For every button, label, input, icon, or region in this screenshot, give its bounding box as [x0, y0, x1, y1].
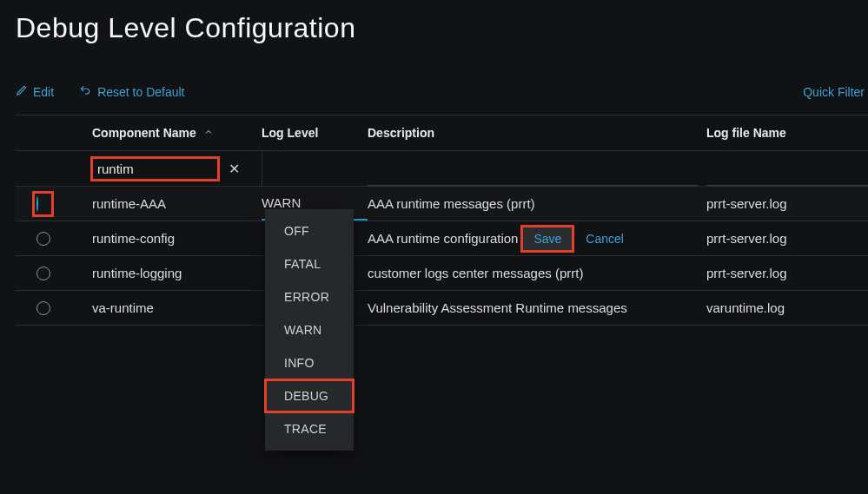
- reset-to-default-button[interactable]: Reset to Default: [78, 84, 184, 99]
- sort-asc-icon: [203, 126, 214, 140]
- component-cell: va-runtime: [92, 300, 262, 315]
- column-header-component[interactable]: Component Name: [92, 126, 262, 140]
- column-header-log-level[interactable]: Log Level: [262, 126, 368, 140]
- table-row: va-runtime Vulnerability Assessment Runt…: [16, 291, 868, 326]
- column-header-description[interactable]: Description: [368, 126, 706, 140]
- component-cell: runtime-AAA: [92, 196, 262, 211]
- log-level-option[interactable]: FATAL: [265, 247, 354, 280]
- column-label: Component Name: [92, 126, 196, 140]
- log-file-cell: prrt-server.log: [706, 231, 868, 246]
- edit-button[interactable]: Edit: [16, 84, 54, 99]
- table-row: runtime-AAA WARN OFF FATAL ERROR WARN IN…: [16, 187, 868, 221]
- undo-icon: [78, 84, 92, 99]
- log-file-cell: prrt-server.log: [706, 266, 868, 280]
- clear-filter-icon[interactable]: ✕: [223, 157, 245, 181]
- reset-label: Reset to Default: [97, 85, 184, 99]
- table-row: runtime-logging customer logs center mes…: [16, 256, 868, 291]
- log-level-option[interactable]: TRACE: [265, 412, 354, 445]
- table-header: Component Name Log Level Description Log…: [16, 115, 868, 151]
- log-level-cell[interactable]: WARN OFF FATAL ERROR WARN INFO DEBUG TRA…: [262, 187, 368, 221]
- row-select-radio[interactable]: [36, 196, 38, 212]
- log-level-option[interactable]: DEBUG: [265, 379, 354, 412]
- log-level-dropdown: OFF FATAL ERROR WARN INFO DEBUG TRACE: [265, 209, 354, 451]
- edit-label: Edit: [33, 85, 54, 99]
- pencil-icon: [16, 84, 28, 99]
- log-file-cell: varuntime.log: [706, 300, 868, 315]
- filter-row: ✕: [16, 151, 868, 187]
- log-level-option[interactable]: ERROR: [265, 280, 354, 313]
- toolbar: Edit Reset to Default Quick Filter: [16, 84, 868, 99]
- log-level-value: WARN: [262, 195, 301, 210]
- cancel-button[interactable]: Cancel: [586, 232, 624, 246]
- description-cell: AAA runtime configuration: [368, 231, 518, 246]
- row-select-radio[interactable]: [36, 232, 50, 246]
- description-cell: customer logs center messages (prrt): [368, 266, 706, 280]
- component-cell: runtime-config: [92, 231, 262, 246]
- debug-level-table: Component Name Log Level Description Log…: [16, 115, 868, 326]
- save-button[interactable]: Save: [523, 227, 572, 250]
- row-select-radio[interactable]: [36, 301, 50, 315]
- component-cell: runtime-logging: [92, 266, 262, 280]
- log-file-cell: prrt-server.log: [706, 196, 868, 211]
- log-level-option[interactable]: OFF: [265, 214, 354, 247]
- column-header-log-file[interactable]: Log file Name: [706, 126, 868, 140]
- quick-filter-button[interactable]: Quick Filter: [803, 85, 865, 99]
- page-title: Debug Level Configuration: [16, 12, 868, 44]
- description-cell: Vulnerability Assessment Runtime message…: [368, 300, 706, 315]
- table-row: runtime-config AAA runtime configuration…: [16, 221, 868, 256]
- description-cell: AAA runtime messages (prrt): [368, 196, 706, 211]
- row-select-radio[interactable]: [36, 267, 50, 280]
- log-level-option[interactable]: WARN: [265, 313, 354, 346]
- component-filter-input[interactable]: [92, 158, 218, 180]
- log-level-option[interactable]: INFO: [265, 346, 354, 379]
